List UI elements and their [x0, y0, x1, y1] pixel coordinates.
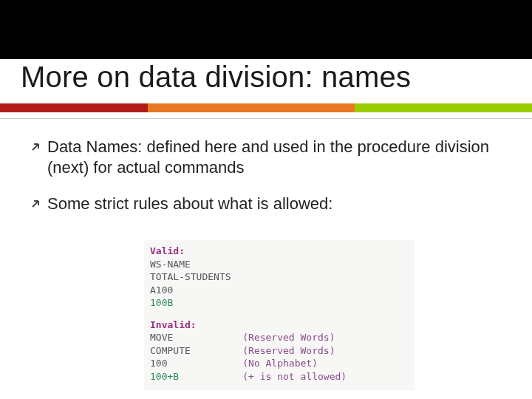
- code-pad-2: [167, 358, 242, 369]
- code-note: (Reserved Words): [242, 332, 335, 343]
- code-name: COMPUTE: [150, 345, 191, 356]
- valid-label: Valid:: [150, 245, 185, 256]
- invalid-label: Invalid:: [150, 319, 197, 330]
- header-black-bar: [0, 0, 532, 59]
- accent-orange: [148, 103, 355, 112]
- code-note: (Reserved Words): [242, 345, 335, 356]
- code-line: A100: [150, 284, 409, 297]
- arrow-icon: [31, 140, 47, 151]
- accent-green: [355, 103, 532, 112]
- accent-band: [0, 103, 532, 112]
- code-name: MOVE: [150, 332, 173, 343]
- slide: More on data division: names Data Names:…: [0, 0, 532, 399]
- code-pad-1: [191, 345, 242, 356]
- arrow-icon: [31, 197, 47, 208]
- slide-body: Data Names: defined here and used in the…: [31, 137, 502, 231]
- code-pad-0: [173, 332, 242, 343]
- accent-red: [0, 103, 148, 112]
- code-name-green: 100+B: [150, 371, 179, 382]
- bullet-text: Data Names: defined here and used in the…: [47, 137, 502, 177]
- code-line: TOTAL-STUDENTS: [150, 270, 409, 284]
- code-note: (No Alphabet): [242, 358, 318, 369]
- divider-line: [0, 118, 532, 119]
- bullet-item: Data Names: defined here and used in the…: [31, 137, 502, 177]
- code-line-green: 100B: [150, 297, 173, 308]
- code-example: Valid: WS-NAME TOTAL-STUDENTS A100 100B …: [144, 240, 415, 390]
- slide-title: More on data division: names: [21, 61, 411, 94]
- code-note: (+ is not allowed): [242, 371, 347, 382]
- bullet-text: Some strict rules about what is allowed:: [47, 194, 502, 214]
- code-pad-3: [179, 371, 242, 382]
- code-line: WS-NAME: [150, 258, 409, 271]
- code-name: 100: [150, 358, 167, 369]
- bullet-item: Some strict rules about what is allowed:: [31, 194, 502, 214]
